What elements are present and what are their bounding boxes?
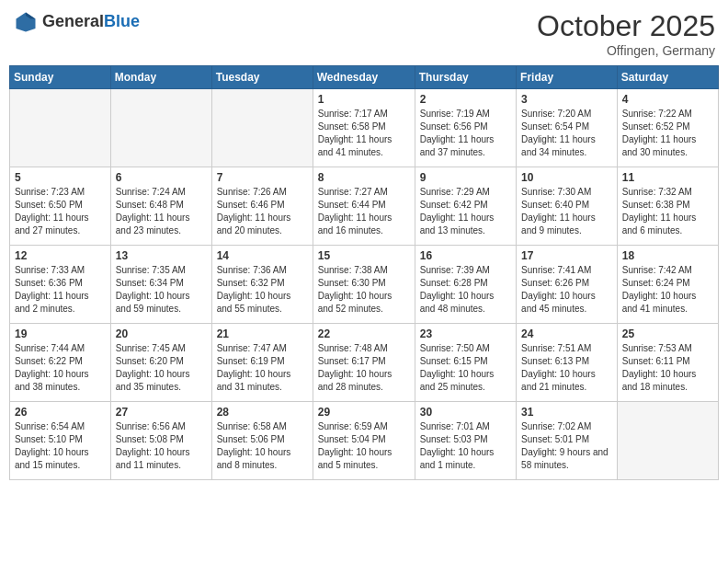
day-info: Sunrise: 6:56 AMSunset: 5:08 PMDaylight:… bbox=[116, 420, 207, 472]
calendar-cell: 26Sunrise: 6:54 AMSunset: 5:10 PMDayligh… bbox=[10, 402, 111, 480]
day-number: 20 bbox=[116, 327, 207, 340]
calendar-cell: 3Sunrise: 7:20 AMSunset: 6:54 PMDaylight… bbox=[517, 89, 618, 167]
calendar-cell: 24Sunrise: 7:51 AMSunset: 6:13 PMDayligh… bbox=[517, 324, 618, 402]
calendar-cell bbox=[211, 89, 313, 167]
calendar-cell: 17Sunrise: 7:41 AMSunset: 6:26 PMDayligh… bbox=[517, 246, 618, 324]
calendar-cell: 20Sunrise: 7:45 AMSunset: 6:20 PMDayligh… bbox=[110, 324, 211, 402]
day-number: 9 bbox=[420, 171, 511, 184]
calendar-cell: 2Sunrise: 7:19 AMSunset: 6:56 PMDaylight… bbox=[415, 89, 516, 167]
day-info: Sunrise: 7:39 AMSunset: 6:28 PMDaylight:… bbox=[420, 264, 511, 316]
page-header: GeneralBlue October 2025 Offingen, Germa… bbox=[9, 9, 719, 58]
day-number: 22 bbox=[318, 327, 410, 340]
day-number: 15 bbox=[318, 249, 410, 262]
calendar-cell: 29Sunrise: 6:59 AMSunset: 5:04 PMDayligh… bbox=[313, 402, 415, 480]
calendar-cell: 8Sunrise: 7:27 AMSunset: 6:44 PMDaylight… bbox=[313, 167, 415, 246]
day-number: 11 bbox=[622, 171, 713, 184]
calendar-cell: 13Sunrise: 7:35 AMSunset: 6:34 PMDayligh… bbox=[110, 246, 211, 324]
calendar-cell: 5Sunrise: 7:23 AMSunset: 6:50 PMDaylight… bbox=[10, 167, 111, 246]
day-number: 8 bbox=[318, 171, 410, 184]
day-info: Sunrise: 7:42 AMSunset: 6:24 PMDaylight:… bbox=[622, 264, 713, 316]
day-number: 2 bbox=[420, 93, 511, 106]
day-number: 30 bbox=[420, 406, 511, 419]
day-number: 27 bbox=[116, 406, 207, 419]
calendar-cell: 21Sunrise: 7:47 AMSunset: 6:19 PMDayligh… bbox=[211, 324, 313, 402]
day-info: Sunrise: 7:36 AMSunset: 6:32 PMDaylight:… bbox=[217, 264, 308, 316]
calendar-cell: 11Sunrise: 7:32 AMSunset: 6:38 PMDayligh… bbox=[617, 167, 718, 246]
calendar-cell bbox=[10, 89, 111, 167]
day-number: 4 bbox=[622, 93, 713, 106]
day-info: Sunrise: 7:45 AMSunset: 6:20 PMDaylight:… bbox=[116, 342, 207, 394]
calendar-cell: 9Sunrise: 7:29 AMSunset: 6:42 PMDaylight… bbox=[415, 167, 516, 246]
day-info: Sunrise: 7:17 AMSunset: 6:58 PMDaylight:… bbox=[318, 108, 410, 159]
day-info: Sunrise: 7:35 AMSunset: 6:34 PMDaylight:… bbox=[116, 264, 207, 316]
weekday-header-tuesday: Tuesday bbox=[211, 66, 313, 89]
day-number: 25 bbox=[622, 327, 713, 340]
day-number: 10 bbox=[521, 171, 612, 184]
day-number: 17 bbox=[521, 249, 612, 262]
day-info: Sunrise: 7:33 AMSunset: 6:36 PMDaylight:… bbox=[15, 264, 106, 316]
weekday-header-saturday: Saturday bbox=[617, 66, 718, 89]
weekday-header-wednesday: Wednesday bbox=[313, 66, 415, 89]
day-number: 28 bbox=[217, 406, 308, 419]
calendar-cell: 6Sunrise: 7:24 AMSunset: 6:48 PMDaylight… bbox=[110, 167, 211, 246]
day-info: Sunrise: 7:19 AMSunset: 6:56 PMDaylight:… bbox=[420, 108, 511, 159]
day-info: Sunrise: 7:47 AMSunset: 6:19 PMDaylight:… bbox=[217, 342, 308, 394]
week-row-5: 26Sunrise: 6:54 AMSunset: 5:10 PMDayligh… bbox=[10, 402, 719, 480]
week-row-1: 1Sunrise: 7:17 AMSunset: 6:58 PMDaylight… bbox=[10, 89, 719, 167]
logo-icon bbox=[13, 9, 39, 35]
day-number: 19 bbox=[15, 327, 106, 340]
day-number: 18 bbox=[622, 249, 713, 262]
day-number: 6 bbox=[116, 171, 207, 184]
day-info: Sunrise: 7:01 AMSunset: 5:03 PMDaylight:… bbox=[420, 420, 511, 472]
calendar-cell: 1Sunrise: 7:17 AMSunset: 6:58 PMDaylight… bbox=[313, 89, 415, 167]
week-row-3: 12Sunrise: 7:33 AMSunset: 6:36 PMDayligh… bbox=[10, 246, 719, 324]
day-info: Sunrise: 6:58 AMSunset: 5:06 PMDaylight:… bbox=[217, 420, 308, 472]
day-number: 1 bbox=[318, 93, 410, 106]
day-info: Sunrise: 7:44 AMSunset: 6:22 PMDaylight:… bbox=[15, 342, 106, 394]
title-block: October 2025 Offingen, Germany bbox=[537, 9, 715, 58]
logo-general-text: General bbox=[42, 12, 104, 32]
week-row-2: 5Sunrise: 7:23 AMSunset: 6:50 PMDaylight… bbox=[10, 167, 719, 246]
day-info: Sunrise: 7:53 AMSunset: 6:11 PMDaylight:… bbox=[622, 342, 713, 394]
weekday-header-row: SundayMondayTuesdayWednesdayThursdayFrid… bbox=[10, 66, 719, 89]
day-info: Sunrise: 6:54 AMSunset: 5:10 PMDaylight:… bbox=[15, 420, 106, 472]
calendar-cell: 7Sunrise: 7:26 AMSunset: 6:46 PMDaylight… bbox=[211, 167, 313, 246]
calendar-cell: 23Sunrise: 7:50 AMSunset: 6:15 PMDayligh… bbox=[415, 324, 516, 402]
day-number: 24 bbox=[521, 327, 612, 340]
calendar-cell: 12Sunrise: 7:33 AMSunset: 6:36 PMDayligh… bbox=[10, 246, 111, 324]
day-info: Sunrise: 7:20 AMSunset: 6:54 PMDaylight:… bbox=[521, 108, 612, 159]
weekday-header-thursday: Thursday bbox=[415, 66, 516, 89]
day-info: Sunrise: 7:22 AMSunset: 6:52 PMDaylight:… bbox=[622, 108, 713, 159]
calendar-cell: 31Sunrise: 7:02 AMSunset: 5:01 PMDayligh… bbox=[517, 402, 618, 480]
day-info: Sunrise: 7:02 AMSunset: 5:01 PMDaylight:… bbox=[521, 420, 612, 472]
calendar-cell: 10Sunrise: 7:30 AMSunset: 6:40 PMDayligh… bbox=[517, 167, 618, 246]
day-info: Sunrise: 7:26 AMSunset: 6:46 PMDaylight:… bbox=[217, 186, 308, 237]
day-info: Sunrise: 7:23 AMSunset: 6:50 PMDaylight:… bbox=[15, 186, 106, 237]
calendar-cell: 19Sunrise: 7:44 AMSunset: 6:22 PMDayligh… bbox=[10, 324, 111, 402]
day-number: 21 bbox=[217, 327, 308, 340]
day-number: 23 bbox=[420, 327, 511, 340]
calendar-cell: 16Sunrise: 7:39 AMSunset: 6:28 PMDayligh… bbox=[415, 246, 516, 324]
location-subtitle: Offingen, Germany bbox=[537, 43, 715, 58]
week-row-4: 19Sunrise: 7:44 AMSunset: 6:22 PMDayligh… bbox=[10, 324, 719, 402]
month-title: October 2025 bbox=[537, 9, 715, 43]
day-info: Sunrise: 7:32 AMSunset: 6:38 PMDaylight:… bbox=[622, 186, 713, 237]
calendar-cell: 15Sunrise: 7:38 AMSunset: 6:30 PMDayligh… bbox=[313, 246, 415, 324]
day-info: Sunrise: 7:30 AMSunset: 6:40 PMDaylight:… bbox=[521, 186, 612, 237]
day-info: Sunrise: 7:29 AMSunset: 6:42 PMDaylight:… bbox=[420, 186, 511, 237]
day-number: 7 bbox=[217, 171, 308, 184]
weekday-header-monday: Monday bbox=[110, 66, 211, 89]
logo-blue-text: Blue bbox=[104, 12, 140, 32]
day-number: 26 bbox=[15, 406, 106, 419]
calendar-cell: 22Sunrise: 7:48 AMSunset: 6:17 PMDayligh… bbox=[313, 324, 415, 402]
calendar-table: SundayMondayTuesdayWednesdayThursdayFrid… bbox=[9, 65, 719, 480]
day-info: Sunrise: 7:50 AMSunset: 6:15 PMDaylight:… bbox=[420, 342, 511, 394]
day-number: 5 bbox=[15, 171, 106, 184]
weekday-header-friday: Friday bbox=[517, 66, 618, 89]
day-info: Sunrise: 7:41 AMSunset: 6:26 PMDaylight:… bbox=[521, 264, 612, 316]
day-number: 16 bbox=[420, 249, 511, 262]
day-number: 12 bbox=[15, 249, 106, 262]
day-info: Sunrise: 7:38 AMSunset: 6:30 PMDaylight:… bbox=[318, 264, 410, 316]
calendar-cell: 30Sunrise: 7:01 AMSunset: 5:03 PMDayligh… bbox=[415, 402, 516, 480]
day-number: 13 bbox=[116, 249, 207, 262]
